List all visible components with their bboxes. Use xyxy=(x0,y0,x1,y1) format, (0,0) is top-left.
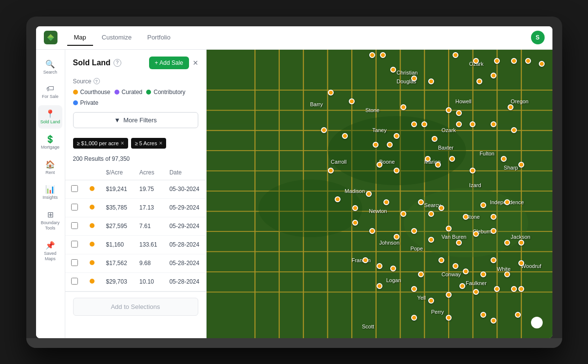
tab-portfolio[interactable]: Portfolio xyxy=(140,30,177,46)
map-pin[interactable] xyxy=(411,315,417,321)
map-pin[interactable] xyxy=(390,67,396,73)
sidebar-item-insights[interactable]: 📊 Insights xyxy=(38,181,62,204)
map-pin[interactable] xyxy=(335,196,341,202)
table-row[interactable]: $29,703 10.10 05-28-2024 xyxy=(65,272,206,291)
map-pin[interactable] xyxy=(480,202,486,208)
map-pin[interactable] xyxy=(491,73,496,78)
map-pin[interactable] xyxy=(480,271,486,277)
sidebar-item-savedmaps[interactable]: 📌 Saved Maps xyxy=(38,237,62,266)
row-checkbox[interactable] xyxy=(71,278,78,285)
map-pin[interactable] xyxy=(369,228,375,234)
map-pin[interactable] xyxy=(518,240,524,246)
sidebar-item-boundary[interactable]: ⊞ Boundary Tools xyxy=(38,206,62,235)
map-pin[interactable] xyxy=(491,318,496,324)
map-pin[interactable] xyxy=(411,286,417,292)
map-pin[interactable] xyxy=(511,58,517,64)
map-pin[interactable] xyxy=(387,142,393,148)
sidebar-item-rent[interactable]: 🏠 Rent xyxy=(38,156,62,179)
map-pin[interactable] xyxy=(377,283,382,289)
tab-customize[interactable]: Customize xyxy=(95,30,138,46)
filter-tag-price-remove[interactable]: × xyxy=(121,140,124,147)
map-pin[interactable] xyxy=(539,61,545,67)
map-pin[interactable] xyxy=(366,191,372,197)
map-pin[interactable] xyxy=(446,315,452,321)
row-checkbox[interactable] xyxy=(71,185,78,192)
table-row[interactable]: $27,595 7.61 05-29-2024 xyxy=(65,217,206,235)
table-row[interactable]: $17,562 9.68 05-28-2024 xyxy=(65,254,206,272)
sidebar-item-forsale[interactable]: 🏷 For Sale xyxy=(38,80,62,103)
map-pin[interactable] xyxy=(494,286,500,292)
map-area[interactable]: OzarkDouglasHowellOregonStoneTaneyOzarkB… xyxy=(207,50,552,338)
map-pin[interactable] xyxy=(473,231,479,237)
map-pin[interactable] xyxy=(480,312,486,318)
table-row[interactable]: $19,241 19.75 05-30-2024 xyxy=(65,180,206,198)
map-pin[interactable] xyxy=(508,104,513,110)
map-pin[interactable] xyxy=(411,228,417,234)
map-pin[interactable] xyxy=(421,121,427,127)
map-pin[interactable] xyxy=(383,199,389,205)
map-pin[interactable] xyxy=(446,107,452,113)
map-pin[interactable] xyxy=(491,228,496,234)
map-pin[interactable] xyxy=(459,283,465,289)
map-pin[interactable] xyxy=(352,220,358,226)
map-pin[interactable] xyxy=(394,168,399,173)
map-pin[interactable] xyxy=(473,58,479,64)
map-pin[interactable] xyxy=(328,90,334,96)
table-row[interactable]: $35,785 17.13 05-29-2024 xyxy=(65,198,206,217)
map-pin[interactable] xyxy=(390,266,396,271)
info-icon[interactable]: ? xyxy=(114,59,121,67)
map-pin[interactable] xyxy=(394,234,399,240)
map-pin[interactable] xyxy=(362,257,368,263)
map-pin[interactable] xyxy=(504,240,510,246)
map-pin[interactable] xyxy=(504,199,510,205)
map-pin[interactable] xyxy=(342,133,348,139)
map-pin[interactable] xyxy=(411,76,417,81)
map-pin[interactable] xyxy=(456,121,462,127)
map-pin[interactable] xyxy=(463,268,469,274)
source-courthouse[interactable]: Courthouse xyxy=(73,89,111,96)
sidebar-item-soldland[interactable]: 📍 Sold Land xyxy=(38,105,62,129)
map-pin[interactable] xyxy=(435,162,441,168)
map-pin[interactable] xyxy=(438,205,444,211)
map-pin[interactable] xyxy=(428,298,434,304)
map-pin[interactable] xyxy=(449,156,455,162)
map-pin[interactable] xyxy=(518,162,524,168)
filter-tag-price[interactable]: ≥ $1,000 per acre × xyxy=(73,138,128,149)
map-pin[interactable] xyxy=(463,214,469,220)
map-pin[interactable] xyxy=(432,136,437,142)
map-pin[interactable] xyxy=(438,257,444,263)
map-pin[interactable] xyxy=(369,52,375,58)
map-pin[interactable] xyxy=(491,257,496,263)
map-pin[interactable] xyxy=(501,156,507,162)
map-pin[interactable] xyxy=(453,263,458,269)
sidebar-item-mortgage[interactable]: 💲 Mortgage xyxy=(38,131,62,154)
map-pin[interactable] xyxy=(411,121,417,127)
user-avatar[interactable]: S xyxy=(531,31,545,44)
map-pin[interactable] xyxy=(373,142,379,148)
filter-tag-acres[interactable]: ≥ 5 Acres × xyxy=(131,138,167,149)
close-button[interactable]: × xyxy=(193,58,198,67)
row-checkbox[interactable] xyxy=(71,259,78,266)
map-pin[interactable] xyxy=(328,168,334,173)
tab-map[interactable]: Map xyxy=(67,30,93,46)
add-to-selections-button[interactable]: Add to Selections xyxy=(73,298,198,316)
source-private[interactable]: Private xyxy=(73,99,98,106)
map-pin[interactable] xyxy=(470,168,475,173)
add-sale-button[interactable]: + Add Sale xyxy=(149,57,189,69)
row-checkbox[interactable] xyxy=(71,222,78,229)
source-info-icon[interactable]: ? xyxy=(94,78,100,84)
map-pin[interactable] xyxy=(518,286,524,292)
map-pin[interactable] xyxy=(446,226,452,231)
source-contributory[interactable]: Contributory xyxy=(146,89,185,96)
map-pin[interactable] xyxy=(428,211,434,217)
map-pin[interactable] xyxy=(418,271,424,277)
map-pin[interactable] xyxy=(400,104,406,110)
map-pin[interactable] xyxy=(515,312,521,318)
row-checkbox[interactable] xyxy=(71,204,78,211)
filter-tag-acres-remove[interactable]: × xyxy=(159,140,162,147)
row-checkbox[interactable] xyxy=(71,241,78,248)
map-pin[interactable] xyxy=(494,58,500,64)
map-pin[interactable] xyxy=(518,260,524,266)
map-pin[interactable] xyxy=(321,127,327,133)
sidebar-item-search[interactable]: 🔍 Search xyxy=(38,56,62,79)
